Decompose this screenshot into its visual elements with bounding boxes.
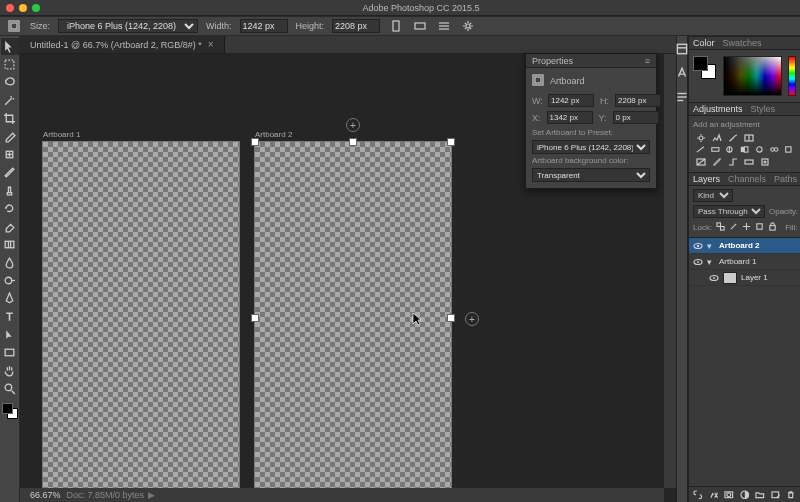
history-brush-tool[interactable] — [1, 200, 19, 217]
panel-menu-icon[interactable]: ≡ — [645, 56, 650, 66]
pen-tool[interactable] — [1, 290, 19, 307]
blur-tool[interactable] — [1, 254, 19, 271]
fg-bg-color-control[interactable] — [693, 56, 717, 80]
height-input[interactable] — [332, 19, 380, 33]
artboard-2[interactable]: Artboard 2 — [255, 142, 451, 494]
doc-info[interactable]: Doc: 7.85M/0 bytes — [67, 490, 145, 500]
stamp-tool[interactable] — [1, 182, 19, 199]
properties-panel[interactable]: Properties ≡ Artboard W: H: X: Y: Set Ar… — [525, 53, 657, 189]
new-layer-icon[interactable] — [771, 490, 781, 500]
layer-row-layer-1[interactable]: Layer 1 — [689, 270, 800, 286]
layers-tab[interactable]: Layers — [693, 174, 720, 184]
visibility-icon[interactable] — [709, 273, 719, 283]
styles-tab[interactable]: Styles — [751, 104, 776, 114]
y-field[interactable] — [613, 111, 659, 124]
new-adj-icon[interactable] — [740, 490, 750, 500]
eraser-tool[interactable] — [1, 218, 19, 235]
layer-thumbnail[interactable] — [723, 272, 737, 284]
zoom-tool[interactable] — [1, 380, 19, 397]
document-tab[interactable]: Untitled-1 @ 66.7% (Artboard 2, RGB/8#) … — [20, 36, 225, 53]
artboard-label[interactable]: Artboard 2 — [255, 130, 292, 139]
add-artboard-right-button[interactable]: + — [465, 312, 479, 326]
width-field[interactable] — [548, 94, 594, 107]
gradient-tool[interactable] — [1, 236, 19, 253]
bg-select[interactable]: Transparent — [532, 168, 650, 182]
lasso-tool[interactable] — [1, 74, 19, 91]
artboard-label[interactable]: Artboard 1 — [43, 130, 80, 139]
color-spectrum[interactable] — [723, 56, 782, 96]
fx-icon[interactable] — [709, 490, 719, 500]
window-maximize-button[interactable] — [32, 4, 40, 12]
close-tab-icon[interactable]: × — [208, 39, 214, 50]
link-layers-icon[interactable] — [693, 490, 703, 500]
invert-icon[interactable] — [695, 157, 707, 167]
disclosure-icon[interactable]: ▾ — [707, 241, 715, 251]
channels-tab[interactable]: Channels — [728, 174, 766, 184]
width-input[interactable] — [240, 19, 288, 33]
preset-select[interactable]: iPhone 6 Plus (1242, 2208) — [532, 140, 650, 154]
lut-icon[interactable] — [783, 145, 794, 155]
delete-layer-icon[interactable] — [786, 490, 796, 500]
adjustments-tab[interactable]: Adjustments — [693, 104, 743, 114]
selective-icon[interactable] — [759, 157, 771, 167]
move-tool[interactable] — [1, 38, 19, 55]
window-close-button[interactable] — [6, 4, 14, 12]
lock-pixels-icon[interactable] — [729, 222, 738, 233]
curves-icon[interactable] — [727, 133, 739, 143]
posterize-icon[interactable] — [711, 157, 723, 167]
vertical-scrollbar[interactable] — [664, 54, 676, 488]
levels-icon[interactable] — [711, 133, 723, 143]
layer-name[interactable]: Artboard 1 — [719, 257, 756, 266]
artboard-1[interactable]: Artboard 1 — [43, 142, 239, 494]
colorbal-icon[interactable] — [724, 145, 735, 155]
align-icon[interactable] — [436, 19, 452, 33]
paths-tab[interactable]: Paths — [774, 174, 797, 184]
orientation-portrait-icon[interactable] — [388, 19, 404, 33]
hand-tool[interactable] — [1, 362, 19, 379]
path-select-tool[interactable] — [1, 326, 19, 343]
crop-tool[interactable] — [1, 110, 19, 127]
bw-icon[interactable] — [739, 145, 750, 155]
layer-row-artboard-1[interactable]: ▾ Artboard 1 — [689, 254, 800, 270]
lock-artboard-icon[interactable] — [755, 222, 764, 233]
eyedropper-tool[interactable] — [1, 128, 19, 145]
layer-row-artboard-2[interactable]: ▾ Artboard 2 — [689, 238, 800, 254]
window-minimize-button[interactable] — [19, 4, 27, 12]
orientation-landscape-icon[interactable] — [412, 19, 428, 33]
layer-kind-select[interactable]: Kind — [693, 189, 733, 202]
shape-tool[interactable] — [1, 344, 19, 361]
marquee-tool[interactable] — [1, 56, 19, 73]
zoom-level[interactable]: 66.67% — [24, 490, 67, 500]
layer-name[interactable]: Artboard 2 — [719, 241, 759, 250]
mask-icon[interactable] — [724, 490, 734, 500]
blend-mode-select[interactable]: Pass Through — [693, 205, 765, 218]
heal-tool[interactable] — [1, 146, 19, 163]
layer-name[interactable]: Layer 1 — [741, 273, 768, 282]
history-panel-icon[interactable] — [675, 42, 689, 56]
visibility-icon[interactable] — [693, 241, 703, 251]
visibility-icon[interactable] — [693, 257, 703, 267]
hue-icon[interactable] — [710, 145, 721, 155]
gradmap-icon[interactable] — [743, 157, 755, 167]
chevron-right-icon[interactable]: ▶ — [148, 490, 155, 500]
dodge-tool[interactable] — [1, 272, 19, 289]
vibrance-icon[interactable] — [695, 145, 706, 155]
lock-position-icon[interactable] — [742, 222, 751, 233]
x-field[interactable] — [547, 111, 593, 124]
foreground-background-swatch[interactable] — [1, 402, 19, 422]
threshold-icon[interactable] — [727, 157, 739, 167]
lock-all-icon[interactable] — [768, 222, 777, 233]
add-artboard-top-button[interactable]: + — [346, 118, 360, 132]
lock-transparency-icon[interactable] — [716, 222, 725, 233]
photo-filter-icon[interactable] — [754, 145, 765, 155]
swatches-tab[interactable]: Swatches — [723, 38, 762, 48]
height-field[interactable] — [615, 94, 661, 107]
disclosure-icon[interactable]: ▾ — [707, 257, 715, 267]
wand-tool[interactable] — [1, 92, 19, 109]
brightness-icon[interactable] — [695, 133, 707, 143]
character-panel-icon[interactable] — [675, 66, 689, 80]
mixer-icon[interactable] — [769, 145, 780, 155]
new-group-icon[interactable] — [755, 490, 765, 500]
type-tool[interactable] — [1, 308, 19, 325]
gear-icon[interactable] — [460, 19, 476, 33]
